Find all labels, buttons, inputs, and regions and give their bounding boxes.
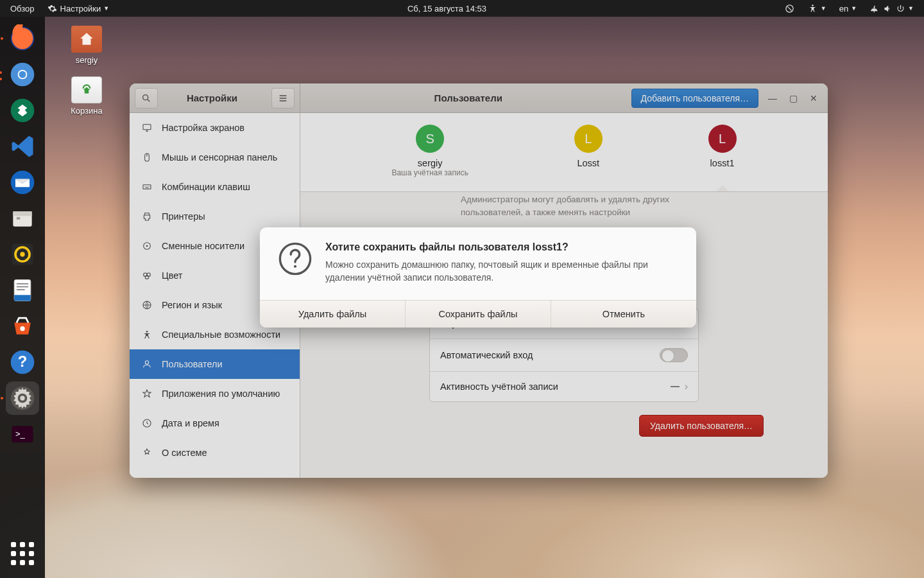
dialog-keep-files-button[interactable]: Сохранить файлы [406, 301, 551, 328]
desktop-home-label: sergiy [58, 55, 116, 65]
row-autologin-label: Автоматический вход [440, 350, 533, 360]
close-button[interactable]: ✕ [809, 93, 819, 103]
svg-point-6 [19, 71, 26, 78]
input-source-label: en [839, 4, 848, 13]
row-activity-label: Активность учётной записи [440, 381, 558, 392]
dialog-delete-files-button[interactable]: Удалить файлы [260, 301, 406, 328]
confirm-dialog: Хотите сохранить файлы пользователя loss… [260, 227, 696, 328]
autologin-switch[interactable] [660, 348, 688, 362]
sidebar-item-clock[interactable]: Дата и время [130, 408, 300, 438]
dock-vscode[interactable] [6, 130, 39, 163]
input-source[interactable]: en ▼ [834, 4, 862, 13]
dock-software[interactable] [6, 310, 39, 343]
gear-icon [47, 3, 58, 13]
dock-files[interactable] [6, 202, 39, 235]
avatar: L [708, 125, 737, 153]
svg-rect-19 [17, 289, 25, 290]
users-strip: SsergiyВаша учётная записьLLosstLlosst1 [300, 113, 828, 192]
user-name: Losst [574, 158, 603, 168]
sidebar-item-label: Сменные носители [162, 241, 244, 251]
dialog-body: Можно сохранить домашнюю папку, почтовый… [325, 258, 678, 285]
desktop-home-folder[interactable]: sergiy [58, 26, 116, 65]
chevron-down-icon: ▼ [103, 5, 109, 12]
sidebar-item-mouse[interactable]: Мышь и сенсорная панель [130, 143, 300, 172]
svg-point-14 [20, 252, 24, 256]
display-icon [141, 122, 153, 134]
activities-button[interactable]: Обзор [5, 4, 40, 13]
dock-writer[interactable] [6, 274, 39, 307]
user-chip-Losst[interactable]: LLosst [574, 125, 603, 177]
admin-hint: Администраторы могут добавлять и удалять… [461, 193, 692, 218]
user-chip-losst1[interactable]: Llosst1 [708, 125, 737, 177]
user-name: sergiy [391, 158, 468, 168]
avatar: S [416, 125, 444, 153]
users-icon [141, 358, 153, 370]
hamburger-button[interactable] [271, 88, 295, 109]
sidebar-item-keyboard[interactable]: Комбинации клавиш [130, 172, 300, 202]
sidebar-item-label: Приложения по умолчанию [162, 389, 280, 399]
clock[interactable]: Сб, 15 августа 14:53 [114, 4, 780, 13]
top-panel: Обзор Настройки ▼ Сб, 15 августа 14:53 ▼… [0, 0, 924, 17]
row-activity[interactable]: Активность учётной записи › [430, 372, 698, 401]
dock-help[interactable]: ? [6, 346, 39, 379]
user-name: losst1 [708, 158, 737, 168]
color-icon [141, 270, 153, 281]
svg-rect-16 [14, 295, 31, 301]
dialog-cancel-button[interactable]: Отменить [551, 301, 696, 328]
user-subtitle: Ваша учётная запись [391, 168, 468, 177]
header-title: Пользователи [305, 92, 631, 103]
question-icon [278, 241, 312, 276]
menu-icon [278, 93, 288, 103]
folder-icon [71, 26, 102, 53]
system-menu[interactable]: ▼ [864, 3, 919, 13]
sidebar-item-display[interactable]: Настройка экранов [130, 113, 300, 143]
svg-line-27 [148, 100, 150, 101]
about-icon [141, 447, 153, 459]
accessibility-menu[interactable]: ▼ [803, 3, 832, 13]
network-icon [869, 3, 880, 13]
sidebar-item-star[interactable]: Приложения по умолчанию [130, 379, 300, 408]
dock-chromium[interactable] [6, 58, 39, 91]
sidebar-item-label: Пользователи [162, 359, 223, 369]
maximize-button[interactable]: ▢ [788, 93, 798, 103]
app-menu[interactable]: Настройки ▼ [42, 3, 115, 13]
minimize-button[interactable]: — [767, 93, 778, 103]
a11y-icon [141, 329, 153, 340]
search-button[interactable] [135, 88, 158, 109]
avatar: L [574, 125, 603, 153]
row-activity-value [671, 386, 680, 387]
sidebar-item-label: Цвет [162, 270, 183, 281]
dock-terminal[interactable]: >_ [6, 417, 39, 451]
chevron-right-icon: › [685, 381, 688, 392]
sidebar-item-about[interactable]: О системе [130, 438, 300, 468]
user-chip-sergiy[interactable]: SsergiyВаша учётная запись [391, 125, 468, 177]
dock-show-apps[interactable] [6, 537, 39, 570]
dock-settings[interactable] [6, 381, 39, 415]
svg-point-2 [812, 4, 814, 6]
row-autologin[interactable]: Автоматический вход [430, 339, 698, 372]
dock-firefox[interactable] [6, 22, 39, 55]
sidebar-item-label: Настройка экранов [162, 123, 244, 133]
screen-record-icon[interactable] [780, 3, 800, 13]
svg-point-26 [143, 94, 148, 100]
svg-point-20 [20, 326, 24, 331]
search-icon [141, 93, 151, 103]
dialog-title: Хотите сохранить файлы пользователя loss… [325, 241, 678, 253]
sidebar-item-label: Принтеры [162, 211, 205, 222]
svg-point-41 [280, 243, 310, 274]
sidebar-item-users[interactable]: Пользователи [130, 349, 300, 379]
dock-remote[interactable] [6, 94, 39, 127]
dock-thunderbird[interactable] [6, 166, 39, 199]
svg-rect-28 [143, 125, 151, 130]
dock-rhythmbox[interactable] [6, 238, 39, 271]
keyboard-icon [141, 181, 153, 193]
svg-line-1 [788, 6, 792, 10]
svg-point-42 [294, 265, 296, 268]
desktop-trash[interactable]: Корзина [58, 76, 116, 116]
clock-icon [141, 417, 153, 429]
remove-user-button[interactable]: Удалить пользователя… [639, 415, 764, 437]
sidebar-item-label: Дата и время [162, 418, 219, 428]
svg-text:>_: >_ [15, 429, 25, 439]
add-user-button[interactable]: Добавить пользователя… [631, 89, 758, 108]
svg-point-39 [145, 361, 148, 364]
